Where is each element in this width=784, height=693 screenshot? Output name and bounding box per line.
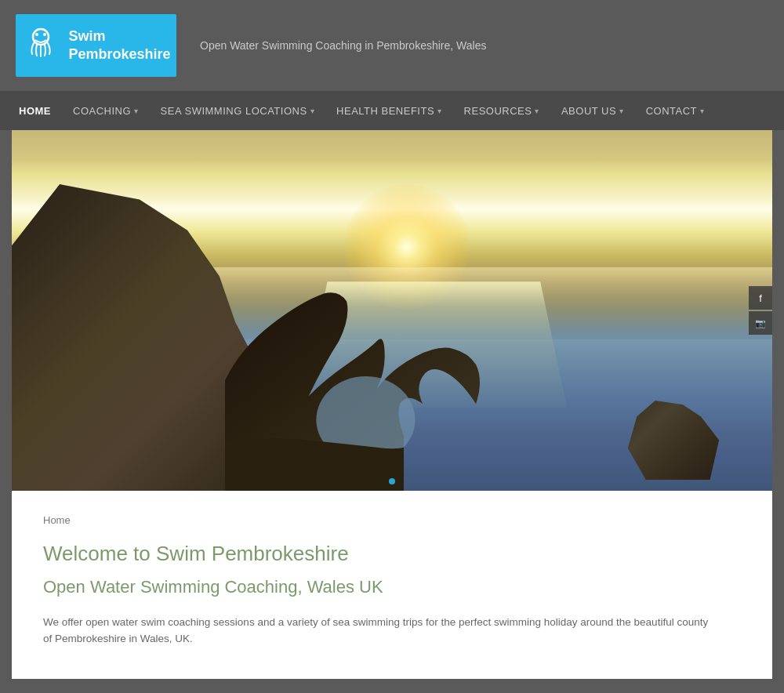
hero-wrapper: f 📷 [0, 130, 784, 491]
breadcrumb: Home [43, 514, 741, 526]
page-subtitle: Open Water Swimming Coaching, Wales UK [43, 577, 741, 597]
hero-scene [12, 130, 772, 491]
header: Swim Pembrokeshire Open Water Swimming C… [0, 0, 784, 91]
svg-point-2 [43, 33, 46, 36]
content-area: Home Welcome to Swim Pembrokeshire Open … [12, 491, 772, 679]
instagram-button[interactable]: 📷 [749, 311, 772, 335]
logo[interactable]: Swim Pembrokeshire [16, 14, 176, 77]
main-nav: HOME COACHING ▾ SEA SWIMMING LOCATIONS ▾… [0, 91, 784, 130]
carousel-indicator [389, 478, 395, 484]
content-body: We offer open water swim coaching sessio… [43, 614, 717, 648]
logo-icon [21, 26, 60, 65]
nav-sea-swimming[interactable]: SEA SWIMMING LOCATIONS ▾ [150, 91, 326, 130]
facebook-button[interactable]: f [749, 286, 772, 310]
chevron-down-icon: ▾ [700, 107, 705, 115]
svg-point-1 [35, 33, 38, 36]
nav-about-us[interactable]: ABOUT US ▾ [550, 91, 635, 130]
nav-home[interactable]: HOME [8, 91, 62, 130]
logo-text: Swim Pembrokeshire [68, 27, 170, 64]
hero-image: f 📷 [12, 130, 772, 491]
arch-rock [225, 238, 568, 491]
chevron-down-icon: ▾ [437, 107, 442, 115]
nav-contact[interactable]: CONTACT ▾ [635, 91, 716, 130]
breadcrumb-home[interactable]: Home [43, 514, 71, 526]
nav-resources[interactable]: RESOURCES ▾ [453, 91, 550, 130]
chevron-down-icon: ▾ [619, 107, 624, 115]
chevron-down-icon: ▾ [535, 107, 539, 115]
header-tagline: Open Water Swimming Coaching in Pembroke… [200, 39, 486, 52]
nav-health-benefits[interactable]: HEALTH BENEFITS ▾ [325, 91, 453, 130]
carousel-dot[interactable] [389, 478, 395, 484]
chevron-down-icon: ▾ [310, 107, 315, 115]
nav-coaching[interactable]: COACHING ▾ [62, 91, 150, 130]
page-title: Welcome to Swim Pembrokeshire [43, 542, 741, 566]
chevron-down-icon: ▾ [134, 107, 139, 115]
social-sidebar: f 📷 [749, 286, 772, 335]
